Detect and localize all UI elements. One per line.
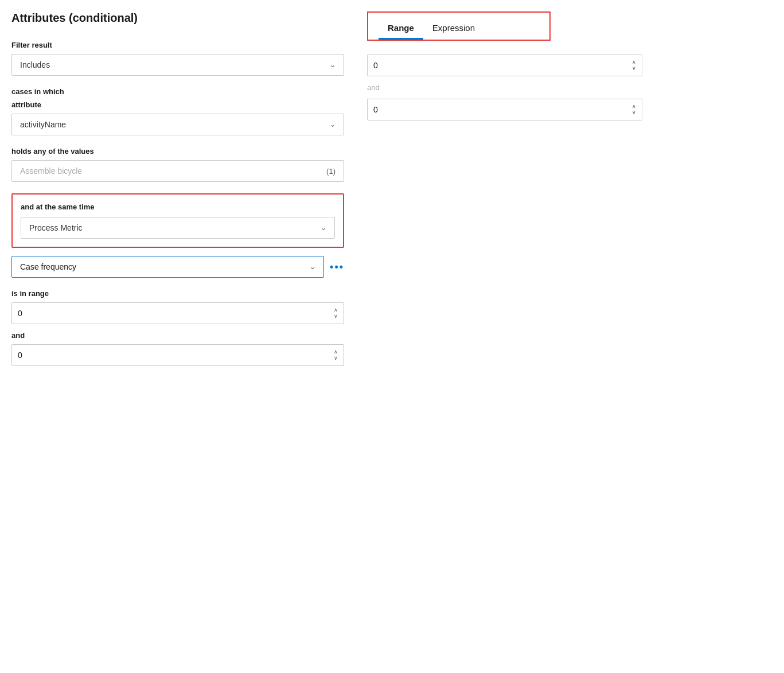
range-spinner-2[interactable]: 0 ∧ ∨ [11,344,344,366]
right-spinner-arrows-1: ∧ ∨ [632,60,636,71]
tab-expression[interactable]: Expression [423,18,484,40]
and-at-same-time-label: and at the same time [21,203,335,211]
left-panel: Attributes (conditional) Filter result I… [11,11,344,373]
values-placeholder: Assemble bicycle [20,166,82,176]
right-range-spinner-2[interactable]: 0 ∧ ∨ [367,99,642,120]
tabs-container: Range Expression [367,11,551,41]
chevron-down-icon-2: ⌄ [330,120,336,129]
right-and-label: and [367,83,773,92]
right-range-spinner-1[interactable]: 0 ∧ ∨ [367,55,642,76]
chevron-down-icon: ⌄ [330,61,336,69]
spinner-up-icon-1[interactable]: ∧ [334,308,338,313]
range-value-2: 0 [18,351,22,360]
and-label-1: and [11,331,344,340]
chevron-down-icon-4: ⌄ [310,263,315,271]
attribute-dropdown[interactable]: activityName ⌄ [11,114,344,135]
spinner-arrows-1: ∧ ∨ [334,308,338,319]
is-in-range-label: is in range [11,289,344,298]
chevron-down-icon-3: ⌄ [321,224,326,232]
values-count: (1) [326,167,336,176]
range-value-1: 0 [18,309,22,318]
spinner-down-icon-1[interactable]: ∨ [334,314,338,319]
values-field[interactable]: Assemble bicycle (1) [11,160,344,182]
range-spinner-1[interactable]: 0 ∧ ∨ [11,302,344,324]
case-frequency-value: Case frequency [20,262,76,271]
ellipsis-button[interactable]: ••• [330,261,344,273]
process-metric-dropdown[interactable]: Process Metric ⌄ [21,217,335,239]
process-metric-value: Process Metric [29,223,83,232]
right-range-value-2: 0 [373,105,378,114]
right-spinner-down-1[interactable]: ∨ [632,66,636,71]
case-frequency-dropdown[interactable]: Case frequency ⌄ [11,256,324,278]
spinner-up-icon-2[interactable]: ∧ [334,349,338,355]
right-range-value-1: 0 [373,61,378,70]
and-at-same-time-section: and at the same time Process Metric ⌄ [11,193,344,248]
filter-result-dropdown[interactable]: Includes ⌄ [11,54,344,76]
filter-result-value: Includes [20,60,50,69]
filter-result-label: Filter result [11,41,344,49]
spinner-down-icon-2[interactable]: ∨ [334,356,338,361]
spinner-arrows-2: ∧ ∨ [334,349,338,361]
right-spinner-up-1[interactable]: ∧ [632,60,636,65]
right-panel: Range Expression 0 ∧ ∨ and 0 ∧ ∨ [367,11,773,373]
attribute-value: activityName [20,120,66,129]
right-spinner-arrows-2: ∧ ∨ [632,104,636,115]
holds-any-label: holds any of the values [11,147,344,155]
page-title: Attributes (conditional) [11,11,344,25]
attribute-label: attribute [11,100,344,109]
tab-range[interactable]: Range [379,18,423,40]
right-spinner-up-2[interactable]: ∧ [632,104,636,109]
right-spinner-down-2[interactable]: ∨ [632,110,636,115]
case-frequency-row: Case frequency ⌄ ••• [11,256,344,278]
cases-in-which-label: cases in which [11,87,344,96]
